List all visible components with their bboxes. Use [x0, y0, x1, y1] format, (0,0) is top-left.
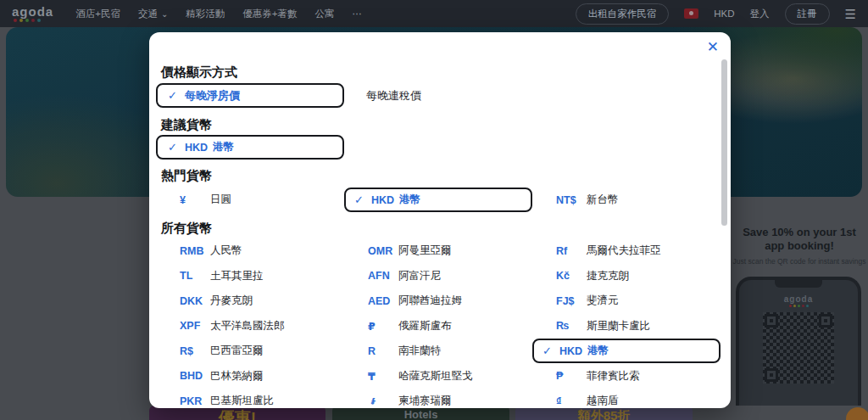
all-currency-grid: RMB人民幣 OMR阿曼里亞爾 Rf馬爾代夫拉菲亞 TL土耳其里拉 AFN阿富汗…	[156, 238, 721, 408]
check-icon: ✓	[168, 141, 185, 154]
check-icon: ✓	[168, 89, 185, 102]
currency-option-try[interactable]: TL土耳其里拉	[156, 264, 344, 288]
popular-currency-section-title: 熱門貨幣	[161, 168, 212, 184]
currency-option-bhd[interactable]: BHD巴林第納爾	[156, 364, 344, 389]
currency-option-jpy[interactable]: ¥ 日圓	[156, 188, 344, 212]
check-icon: ✓	[542, 344, 559, 357]
currency-option-lkr[interactable]: ₨斯里蘭卡盧比	[532, 314, 721, 339]
currency-option-rmb[interactable]: RMB人民幣	[156, 238, 344, 263]
suggested-currency-hkd-selected[interactable]: ✓ HKD 港幣	[156, 135, 344, 160]
currency-option-czk[interactable]: Kč捷克克朗	[532, 264, 721, 288]
check-icon: ✓	[354, 193, 371, 206]
price-option-net-selected[interactable]: ✓ 每晚淨房價	[156, 83, 344, 108]
currency-settings-modal: ✕ 價格顯示方式 ✓ 每晚淨房價 每晚連稅價 建議貨幣 ✓ HKD 港幣 熱門貨…	[149, 32, 731, 408]
currency-option-aed[interactable]: AED阿聯酋迪拉姆	[344, 288, 532, 313]
currency-option-kzt[interactable]: ₸哈薩克斯坦堅戈	[344, 364, 532, 389]
currency-option-brl[interactable]: R$巴西雷亞爾	[156, 339, 344, 363]
currency-option-xpf[interactable]: XPF太平洋島國法郎	[156, 314, 344, 339]
close-icon[interactable]: ✕	[705, 38, 721, 56]
currency-option-afn[interactable]: AFN阿富汗尼	[344, 264, 532, 288]
currency-option-omr[interactable]: OMR阿曼里亞爾	[344, 238, 532, 263]
currency-option-vnd[interactable]: ₫越南盾	[532, 389, 721, 408]
currency-option-twd[interactable]: NT$ 新台幣	[532, 188, 721, 212]
suggested-currency-section-title: 建議貨幣	[161, 117, 212, 133]
all-currency-section-title: 所有貨幣	[161, 221, 212, 237]
modal-scrollbar[interactable]	[721, 59, 727, 226]
currency-option-mvr[interactable]: Rf馬爾代夫拉菲亞	[532, 238, 721, 263]
agoda-page: agoda 酒店+民宿 交通⌄ 精彩活動 優惠券+著數 公寓 ⋯ 出租自家作民宿…	[0, 0, 868, 420]
currency-option-php[interactable]: ₱菲律賓比索	[532, 364, 721, 389]
currency-option-rub[interactable]: ₽俄羅斯盧布	[344, 314, 532, 339]
currency-option-hkd-selected[interactable]: ✓ HKD 港幣	[344, 188, 532, 212]
currency-option-hkd-all-selected[interactable]: ✓HKD港幣	[532, 339, 721, 363]
currency-option-dkk[interactable]: DKK丹麥克朗	[156, 288, 344, 313]
currency-option-zar[interactable]: R南非蘭特	[344, 339, 532, 363]
currency-option-fjd[interactable]: FJ$斐濟元	[532, 288, 721, 313]
currency-option-pkr[interactable]: PKR巴基斯坦盧比	[156, 389, 344, 408]
price-display-section-title: 價格顯示方式	[161, 64, 237, 81]
price-option-tax-included[interactable]: 每晚連稅價	[366, 83, 421, 108]
currency-option-khr[interactable]: ៛柬埔寨瑞爾	[344, 389, 532, 408]
popular-currency-row: ¥ 日圓 ✓ HKD 港幣 NT$ 新台幣	[156, 188, 721, 212]
